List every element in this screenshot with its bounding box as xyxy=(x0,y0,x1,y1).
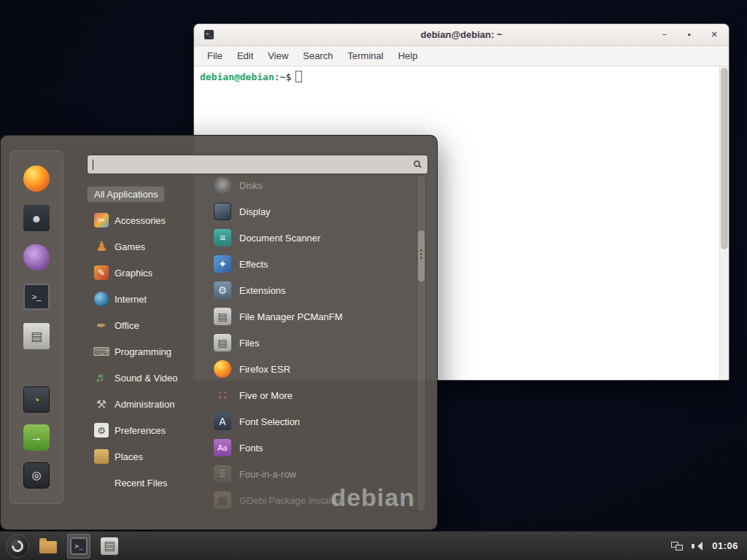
file-manager-launcher[interactable] xyxy=(36,534,60,559)
users-app-icon[interactable]: ☻ xyxy=(23,205,50,231)
app-item-display[interactable]: Display xyxy=(205,198,413,225)
app-label: GDebi Package Installer xyxy=(239,495,341,506)
app-item-extensions[interactable]: ⚙ Extensions xyxy=(205,277,413,303)
app-label: Fonts xyxy=(239,443,263,454)
app-label: Display xyxy=(239,206,271,217)
app-item-font-selection[interactable]: A Font Selection xyxy=(205,408,413,435)
menu-edit[interactable]: Edit xyxy=(230,48,260,63)
sound-video-icon: ♬ xyxy=(94,370,109,385)
app-label: Document Scanner xyxy=(239,233,320,244)
category-label: Accessories xyxy=(115,215,166,226)
category-office[interactable]: ✒ Office xyxy=(87,315,147,335)
app-item-files[interactable]: ▤ Files xyxy=(205,330,413,356)
app-list-scrollbar[interactable] xyxy=(417,175,426,512)
category-preferences[interactable]: ⚙ Preferences xyxy=(87,420,173,440)
app-item-gdebi[interactable]: ▦ GDebi Package Installer xyxy=(205,487,413,513)
volume-icon[interactable] xyxy=(692,541,703,551)
app-item-document-scanner[interactable]: ≡ Document Scanner xyxy=(205,225,413,251)
five-or-more-icon: ∷ xyxy=(214,386,231,404)
maximize-button[interactable]: ▪ xyxy=(684,30,695,39)
category-administration[interactable]: ⚒ Administration xyxy=(87,394,182,414)
minimize-button[interactable]: − xyxy=(659,30,670,39)
category-accessories[interactable]: ✂ Accessories xyxy=(87,210,173,230)
terminal-scrollbar-thumb[interactable] xyxy=(721,68,728,249)
cinnamon-logo-icon xyxy=(9,537,26,554)
category-label: Graphics xyxy=(115,268,152,279)
terminal-scrollbar[interactable] xyxy=(719,66,729,380)
app-label: Five or More xyxy=(239,390,293,401)
taskbar: >_ ▤ 01:06 xyxy=(0,531,747,560)
prompt-path: :~$ xyxy=(274,71,291,82)
category-places[interactable]: Places xyxy=(87,446,150,467)
preferences-icon: ⚙ xyxy=(94,423,109,438)
search-input[interactable] xyxy=(95,155,401,174)
app-label: Extensions xyxy=(239,285,286,296)
menu-help[interactable]: Help xyxy=(391,48,425,63)
category-label: Recent Files xyxy=(115,478,167,489)
font-selection-icon: A xyxy=(214,413,231,430)
office-icon: ✒ xyxy=(94,318,109,332)
lock-screen-icon[interactable]: ◔ xyxy=(23,386,50,413)
disks-icon xyxy=(214,176,231,194)
files-icon: ▤ xyxy=(214,334,231,351)
places-folder-icon xyxy=(94,449,109,464)
search-icon xyxy=(414,160,420,167)
close-button[interactable]: ✕ xyxy=(708,30,720,39)
category-label: Programming xyxy=(115,346,171,357)
category-games[interactable]: ♟ Games xyxy=(87,236,152,257)
files-launcher[interactable]: ▤ xyxy=(98,534,121,559)
file-cabinet-icon: ▤ xyxy=(101,537,118,555)
menu-search[interactable]: Search xyxy=(295,48,340,63)
category-label: All Applications xyxy=(94,189,158,200)
accessories-icon: ✂ xyxy=(94,213,109,228)
category-graphics[interactable]: ✎ Graphics xyxy=(87,262,160,283)
terminal-icon[interactable]: >_ xyxy=(23,284,50,310)
category-sound-video[interactable]: ♬ Sound & Video xyxy=(87,368,185,388)
category-label: Games xyxy=(115,241,145,252)
category-programming[interactable]: ⌨ Programming xyxy=(87,341,179,362)
extensions-icon: ⚙ xyxy=(214,281,231,299)
app-label: Firefox ESR xyxy=(239,364,290,375)
category-list: All Applications ✂ Accessories ♟ Games ✎… xyxy=(87,181,202,496)
app-item-pcmanfm[interactable]: ▤ File Manager PCManFM xyxy=(205,303,413,330)
effects-icon: ✦ xyxy=(214,255,231,273)
category-label: Office xyxy=(115,320,139,331)
menu-view[interactable]: View xyxy=(260,48,295,63)
logout-icon[interactable]: → xyxy=(23,424,50,451)
firefox-icon[interactable] xyxy=(23,166,50,192)
app-item-firefox-esr[interactable]: Firefox ESR xyxy=(205,356,413,382)
app-item-five-or-more[interactable]: ∷ Five or More xyxy=(205,382,413,408)
prompt-user: debian@debian xyxy=(200,71,274,82)
app-item-effects[interactable]: ✦ Effects xyxy=(205,251,413,277)
app-item-four-in-a-row[interactable]: ⠿ Four-in-a-row xyxy=(205,461,413,487)
desktop: >_ debian@debian: ~ − ▪ ✕ File Edit View… xyxy=(0,0,747,560)
four-in-a-row-icon: ⠿ xyxy=(214,465,231,483)
category-all-applications[interactable]: All Applications xyxy=(87,186,165,203)
category-internet[interactable]: Internet xyxy=(87,289,154,309)
terminal-menubar: File Edit View Search Terminal Help xyxy=(194,46,729,66)
favorites-panel: ☻ >_ ▤ ◔ → ◎ xyxy=(9,150,63,504)
category-label: Preferences xyxy=(115,425,166,436)
folder-icon xyxy=(39,541,57,553)
menu-file[interactable]: File xyxy=(200,48,230,63)
terminal-launcher[interactable]: >_ xyxy=(67,534,90,559)
menu-terminal[interactable]: Terminal xyxy=(341,48,391,63)
network-icon[interactable] xyxy=(671,541,683,551)
app-item-fonts[interactable]: Aa Fonts xyxy=(205,435,413,461)
text-caret xyxy=(93,160,93,170)
clock[interactable]: 01:06 xyxy=(712,540,738,551)
shutdown-icon[interactable]: ◎ xyxy=(23,462,50,489)
category-label: Administration xyxy=(115,399,174,410)
terminal-cursor xyxy=(295,71,302,82)
app-list-scrollbar-thumb[interactable] xyxy=(418,230,425,281)
graphics-icon: ✎ xyxy=(94,265,109,280)
display-icon xyxy=(214,203,231,220)
pidgin-icon[interactable] xyxy=(23,244,50,271)
file-cabinet-icon[interactable]: ▤ xyxy=(23,323,50,349)
programming-icon: ⌨ xyxy=(94,344,109,359)
app-item-disks[interactable]: Disks xyxy=(205,172,413,198)
terminal-titlebar[interactable]: >_ debian@debian: ~ − ▪ ✕ xyxy=(194,24,729,46)
administration-icon: ⚒ xyxy=(94,397,109,411)
category-recent-files[interactable]: Recent Files xyxy=(87,472,174,493)
menu-button[interactable] xyxy=(6,534,29,558)
